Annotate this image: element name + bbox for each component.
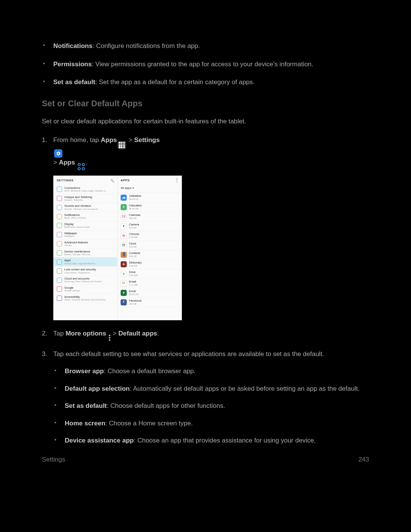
ss-settings-row: AppsDefault apps, App permissions	[54, 257, 117, 267]
top-bullet-list: Notifications: Configure notifications f…	[42, 41, 369, 87]
settings-gear-icon	[54, 149, 62, 158]
step-2: Tap More options > Default apps.	[42, 329, 369, 341]
ss-app-row: aDictionary8.00 KB	[118, 260, 182, 269]
sub-bullet-item: Device assistance app: Choose an app tha…	[53, 436, 369, 446]
ss-apps-header: APPS	[121, 178, 130, 183]
ss-settings-row: AccessibilityVision, Hearing, Dexterity …	[54, 294, 117, 303]
apps-menu-label: Apps	[59, 159, 75, 166]
ss-app-row: ◎Chrome2.33 MB	[118, 231, 182, 241]
step-3: Tap each default setting to see what ser…	[42, 349, 369, 446]
ss-settings-row: NotificationsBlock, allow, prioritize	[54, 212, 117, 221]
ss-app-row: 👤Contacts236 KB	[118, 250, 182, 260]
ss-app-row: ±Calculator96.00 KB	[118, 203, 182, 212]
ss-settings-list: ConnectionsWi-Fi, Bluetooth, Data usage,…	[54, 185, 117, 320]
more-options-icon	[109, 335, 110, 341]
ss-settings-row: ConnectionsWi-Fi, Bluetooth, Data usage,…	[54, 185, 117, 194]
ss-apps-list: ☁1Weather68.00 KB±Calculator96.00 KB12Ca…	[118, 193, 182, 320]
sub-bullet-item: Browser app: Choose a default browser ap…	[53, 366, 369, 376]
ss-app-row: ◷Clock240 KB	[118, 241, 182, 250]
section-title: Set or Clear Default Apps	[42, 97, 369, 110]
sub-bullet-list: Browser app: Choose a default browser ap…	[53, 366, 369, 446]
sub-bullet-item: Home screen: Choose a Home screen type.	[53, 419, 369, 428]
ss-app-row: xExcel68.00 KB	[118, 288, 182, 298]
steps-list: From home, tap Apps > Settings > Apps . …	[42, 135, 369, 446]
more-icon: ⋮	[175, 179, 178, 182]
ss-settings-row: WallpaperWallpaper	[54, 230, 117, 240]
default-apps-label: Default apps	[118, 330, 157, 337]
ss-settings-row: Lock screen and securityLock screen, Fin…	[54, 267, 117, 276]
apps-label: Apps	[101, 136, 117, 144]
step-3-text: Tap each default setting to see what ser…	[53, 350, 324, 358]
ss-app-row: ☁1Weather68.00 KB	[118, 193, 182, 203]
more-options-label: More options	[65, 330, 106, 337]
footer-page-number: 243	[358, 456, 369, 463]
ss-app-row: 12Calendar260 KB	[118, 212, 182, 222]
apps-grid-icon	[118, 141, 126, 149]
ss-app-row: fFacebook184 KB	[118, 298, 182, 307]
ss-settings-row: GoogleGoogle settings	[54, 285, 117, 294]
bullet-item: Permissions: View permissions granted to…	[42, 59, 369, 69]
ss-settings-row: Hotspot and TetheringHotspot, Tethering	[54, 194, 117, 203]
bullet-item: Set as default: Set the app as a default…	[42, 77, 369, 87]
bullet-item: Notifications: Configure notifications f…	[42, 41, 369, 51]
ss-app-row: ✉Email1.71 MB	[118, 279, 182, 288]
ss-filter: All apps	[118, 185, 182, 193]
section-desc: Set or clear default applications for ce…	[42, 117, 369, 126]
ss-settings-row: Cloud and accountsSamsung Cloud, Backup …	[54, 276, 117, 285]
search-icon: 🔍	[110, 179, 114, 182]
apps-circles-icon	[78, 163, 85, 170]
ss-settings-row: Sounds and vibrationSounds, Vibration, D…	[54, 203, 117, 212]
ss-settings-row: Device maintenanceBattery, Storage, Memo…	[54, 249, 117, 258]
ss-app-row: ●Camera160 KB	[118, 222, 182, 231]
ss-settings-row: DisplayBrightness, Home screen	[54, 221, 117, 230]
settings-label: Settings	[134, 136, 160, 144]
settings-apps-screenshot: SETTINGS 🔍 ConnectionsWi-Fi, Bluetooth, …	[53, 176, 182, 320]
ss-app-row: ▲Drive2.03 MB	[118, 269, 182, 279]
step-1-text: From home, tap	[53, 136, 101, 144]
sub-bullet-item: Default app selection: Automatically set…	[53, 384, 369, 394]
footer-section: Settings	[42, 456, 65, 463]
step-1: From home, tap Apps > Settings > Apps . …	[42, 135, 369, 320]
ss-settings-row: Advanced featuresGames	[54, 240, 117, 249]
ss-settings-header: SETTINGS	[57, 178, 73, 183]
sub-bullet-item: Set as default: Choose default apps for …	[53, 401, 369, 411]
